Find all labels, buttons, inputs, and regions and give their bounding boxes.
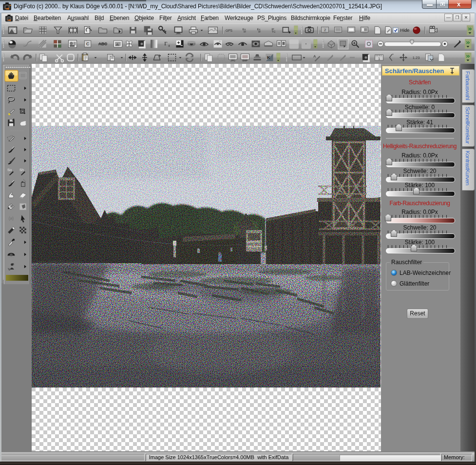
svg-text:(и): (и) bbox=[9, 216, 14, 221]
svg-text:IF: IF bbox=[244, 30, 247, 33]
svg-text:Sh: Sh bbox=[19, 168, 24, 172]
svg-text:IF: IF bbox=[258, 30, 261, 33]
svg-text:TC: TC bbox=[272, 30, 276, 33]
svg-text:So: So bbox=[7, 168, 12, 172]
svg-text:BMP: BMP bbox=[243, 59, 248, 62]
svg-text:Hide: Hide bbox=[400, 28, 410, 33]
svg-text:±: ± bbox=[168, 44, 170, 47]
svg-text:Γ: Γ bbox=[164, 40, 167, 46]
svg-text:1.23: 1.23 bbox=[413, 56, 420, 60]
svg-text:JPG: JPG bbox=[230, 59, 235, 62]
svg-text:GPS: GPS bbox=[226, 29, 233, 32]
svg-text:1: 1 bbox=[378, 57, 380, 60]
svg-text:K: K bbox=[267, 55, 270, 60]
svg-text:A: A bbox=[313, 54, 316, 58]
svg-text:C: C bbox=[86, 41, 90, 46]
svg-text:2: 2 bbox=[324, 28, 326, 32]
